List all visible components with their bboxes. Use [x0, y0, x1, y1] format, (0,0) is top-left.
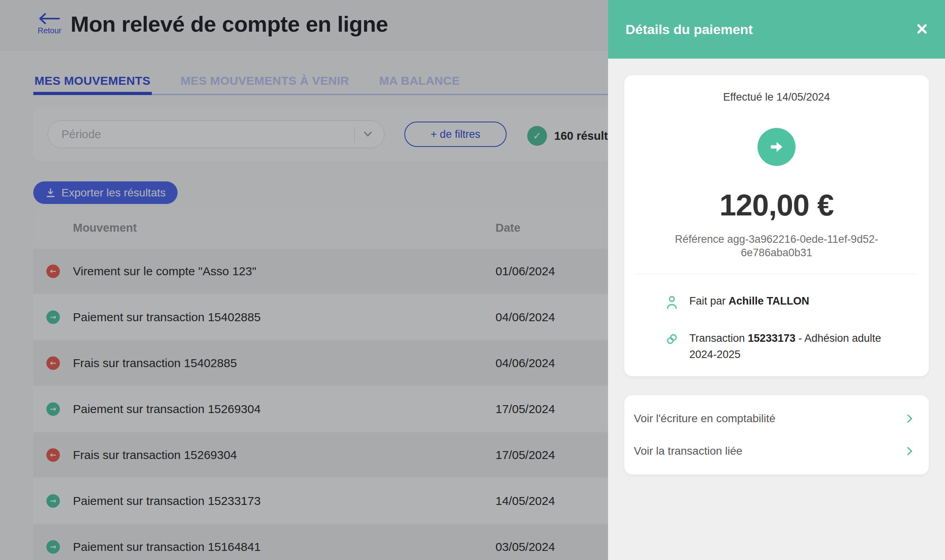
payment-amount: 120,00 € — [624, 188, 929, 222]
payment-date-line: Effectué le 14/05/2024 — [624, 75, 929, 103]
linked-transaction-text: Transaction 15233173 - Adhésion adulte 2… — [689, 330, 911, 363]
card-divider — [637, 274, 916, 274]
payment-reference: Référence agg-3a962216-0ede-11ef-9d52-6e… — [650, 232, 903, 259]
made-by-row: Fait par Achille TALLON — [624, 293, 929, 312]
panel-action-link[interactable]: Voir la transaction liée — [624, 435, 929, 467]
panel-action-link[interactable]: Voir l'écriture en comptabilité — [624, 402, 929, 435]
person-icon — [664, 293, 681, 312]
linked-transaction-row: Transaction 15233173 - Adhésion adulte 2… — [624, 330, 929, 363]
payment-direction-icon — [758, 128, 796, 166]
payment-detail-card: Effectué le 14/05/2024 120,00 € Référenc… — [624, 75, 929, 376]
chevron-right-icon — [903, 445, 915, 457]
panel-actions-card: Voir l'écriture en comptabilité Voir la … — [624, 395, 929, 474]
panel-action-label: Voir l'écriture en comptabilité — [634, 412, 775, 425]
close-icon — [916, 23, 928, 35]
payment-info-rows: Fait par Achille TALLON Transaction 1523… — [624, 293, 929, 363]
made-by-name: Achille TALLON — [729, 295, 809, 307]
made-by-text: Fait par Achille TALLON — [689, 293, 809, 312]
panel-title: Détails du paiement — [626, 22, 753, 37]
payment-details-panel: Détails du paiement Effectué le 14/05/20… — [608, 0, 945, 560]
transaction-id: 15233173 — [748, 332, 796, 344]
screen: Retour Mon relevé de compte en ligne MES… — [0, 0, 945, 560]
chevron-right-icon — [903, 413, 915, 425]
link-icon — [664, 330, 681, 363]
panel-header: Détails du paiement — [608, 0, 945, 59]
panel-action-label: Voir la transaction liée — [634, 445, 742, 457]
close-panel-button[interactable] — [913, 20, 931, 39]
arrow-right-icon — [767, 138, 786, 156]
